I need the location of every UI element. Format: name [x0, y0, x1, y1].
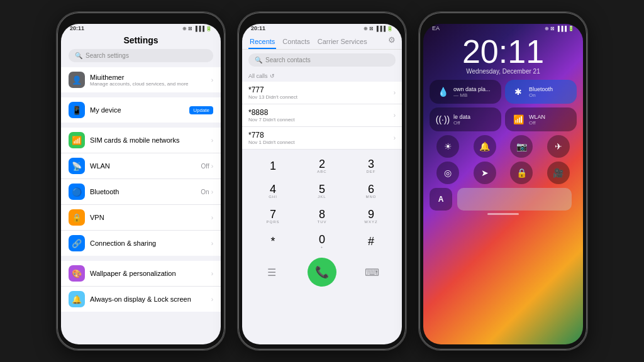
time-dialer: 20:11 [251, 25, 265, 31]
airplane-btn[interactable]: ✈ [547, 135, 570, 158]
eye-btn[interactable]: ◎ [436, 162, 459, 184]
aod-icon: 🔔 [69, 291, 85, 307]
tab-contacts[interactable]: Contacts [281, 35, 311, 49]
call-list: *777 Nov 13 Didn't connect › *8888 Nov 7… [242, 82, 402, 150]
lock-search-input[interactable] [457, 188, 572, 211]
camera-btn[interactable]: 📷 [510, 135, 533, 158]
dial-key-4[interactable]: 4GHI [257, 180, 289, 202]
dial-key-5[interactable]: 5JKL [306, 180, 338, 202]
settings-section-display: 🎨 Wallpaper & personalization › 🔔 Always… [61, 261, 221, 312]
phone-settings: 20:11 ⊕ ⊠ ▐▐▐ 🔋 Settings 🔍 Search settin… [56, 11, 226, 351]
bluetooth-right: On › [201, 189, 213, 195]
contacts-action-btn[interactable]: ☰ [260, 261, 283, 283]
sim-icon: 📶 [69, 132, 85, 148]
dialpad-row-3: 7PQRS 8TUV 9WXYZ [248, 205, 396, 228]
dial-key-9[interactable]: 9WXYZ [355, 205, 387, 228]
wlan-title: WLAN [90, 162, 196, 170]
control-grid-mid: ((·)) le data Off 📶 WLAN Off [423, 107, 583, 131]
settings-item-miuithemer[interactable]: 👤 Miuithemer Manage accounts, cloud serv… [61, 67, 221, 92]
wlan-right: Off › [201, 163, 214, 170]
lock-date: Wednesday, December 21 [423, 68, 583, 75]
notification-btn[interactable]: 🔔 [474, 135, 496, 158]
dialpad-row-1: 1 2ABC 3DEF [248, 155, 396, 177]
status-icons-dialer: ⊕ ⊠ ▐▐▐ 🔋 [364, 26, 393, 31]
lock-bottom-bar: A [423, 188, 583, 211]
aod-text: Always-on display & Lock screen [90, 295, 206, 303]
connection-title: Connection & sharing [90, 239, 206, 247]
dialer-tabs-bar: Recents Contacts Carrier Services ⚙ [242, 33, 402, 50]
bluetooth-title: Bluetooth [90, 188, 196, 195]
miuithemer-right: › [211, 77, 213, 84]
lock-btn[interactable]: 🔒 [510, 162, 533, 184]
status-icons-lock: ⊕ ⊠ ▐▐▐ 🔋 [545, 26, 574, 31]
dial-key-1[interactable]: 1 [257, 155, 289, 177]
vpn-chevron: › [211, 214, 213, 221]
tile-data[interactable]: 💧 own data pla... — MB [430, 80, 501, 104]
dialer-search-bar[interactable]: 🔍 Search contacts [248, 53, 396, 67]
location-btn[interactable]: ➤ [474, 162, 496, 184]
settings-item-connection[interactable]: 🔗 Connection & sharing › [61, 231, 221, 256]
settings-section-main: 📶 SIM cards & mobile networks › 📡 WLAN O… [61, 128, 221, 256]
tab-carrier-services[interactable]: Carrier Services [316, 35, 369, 49]
bt-icon-l: ⊕ [545, 26, 549, 31]
battery-icon-l: 🔋 [568, 26, 574, 31]
dial-key-2[interactable]: 2ABC [306, 155, 338, 177]
dial-key-star[interactable]: * [257, 230, 289, 253]
video-btn[interactable]: 🎥 [547, 162, 570, 184]
search-contacts-label: Search contacts [265, 57, 311, 63]
dial-key-0[interactable]: 0+ [306, 230, 338, 253]
wlan-text: WLAN [90, 162, 196, 170]
dialpad-action-btn[interactable]: ⌨ [361, 261, 384, 283]
wifi-icon-status: ⊠ [188, 26, 192, 31]
settings-item-bluetooth[interactable]: 🔵 Bluetooth On › [61, 179, 221, 205]
sim-chevron: › [211, 137, 213, 144]
call-item-2[interactable]: *778 Nov 1 Didn't connect › [242, 127, 402, 150]
dial-key-7[interactable]: 7PQRS [257, 205, 289, 228]
bluetooth-chevron: › [211, 189, 213, 195]
tile-wlan[interactable]: 📶 WLAN Off [505, 107, 577, 131]
dial-key-8[interactable]: 8TUV [306, 205, 338, 228]
tile-ledata[interactable]: ((·)) le data Off [430, 107, 501, 131]
dialpad-row-2: 4GHI 5JKL 6MNO [248, 180, 396, 202]
settings-item-sim[interactable]: 📶 SIM cards & mobile networks › [61, 128, 221, 153]
lock-screen: EA ⊕ ⊠ ▐▐▐ 🔋 20:11 Wednesday, December 2… [423, 24, 583, 344]
dial-key-hash[interactable]: # [355, 230, 387, 253]
dial-key-3[interactable]: 3DEF [355, 155, 387, 177]
settings-item-wlan[interactable]: 📡 WLAN Off › [61, 153, 221, 179]
mydevice-text: My device [90, 106, 184, 114]
settings-item-vpn[interactable]: 🔒 VPN › [61, 205, 221, 231]
call-info-1: *8888 Nov 7 Didn't connect [248, 108, 295, 123]
miuithemer-text: Miuithemer Manage accounts, cloud servic… [90, 74, 206, 87]
settings-search-bar[interactable]: 🔍 Search settings [69, 49, 213, 62]
dial-key-6[interactable]: 6MNO [355, 180, 387, 202]
tab-recents[interactable]: Recents [248, 35, 276, 49]
call-button[interactable]: 📞 [308, 258, 336, 287]
tile-bluetooth[interactable]: ✱ Bluetooth On [505, 80, 577, 104]
vpn-text: VPN [90, 214, 206, 221]
update-badge[interactable]: Update [189, 106, 213, 114]
assistant-btn[interactable]: A [430, 188, 452, 211]
dialer-screen: 20:11 ⊕ ⊠ ▐▐▐ 🔋 Recents Contacts Carrier… [242, 24, 402, 344]
call-info-0: *777 Nov 13 Didn't connect [248, 85, 297, 100]
sim-right: › [211, 137, 213, 144]
vpn-right: › [211, 214, 213, 221]
signal-icon: ▐▐▐ [194, 26, 204, 31]
brightness-btn[interactable]: ☀ [436, 135, 459, 158]
refresh-icon[interactable]: ↺ [270, 73, 275, 79]
call-item-1[interactable]: *8888 Nov 7 Didn't connect › [242, 104, 402, 127]
settings-list: 👤 Miuithemer Manage accounts, cloud serv… [61, 67, 221, 317]
mydevice-right: Update [189, 106, 213, 114]
settings-item-aod[interactable]: 🔔 Always-on display & Lock screen › [61, 287, 221, 312]
gear-icon[interactable]: ⚙ [388, 35, 396, 49]
settings-item-wallpaper[interactable]: 🎨 Wallpaper & personalization › [61, 261, 221, 287]
data-tile-icon: 💧 [436, 85, 450, 99]
connection-text: Connection & sharing [90, 239, 206, 247]
mydevice-icon: 📱 [69, 102, 85, 118]
icon-row-1: ☀ 🔔 📷 ✈ [423, 135, 583, 158]
settings-item-mydevice[interactable]: 📱 My device Update [61, 97, 221, 123]
call-item-0[interactable]: *777 Nov 13 Didn't connect › [242, 82, 402, 104]
settings-section-account: 👤 Miuithemer Manage accounts, cloud serv… [61, 67, 221, 92]
wallpaper-text: Wallpaper & personalization [90, 270, 206, 277]
chevron-icon: › [211, 77, 213, 84]
ledata-tile-icon: ((·)) [436, 112, 450, 126]
